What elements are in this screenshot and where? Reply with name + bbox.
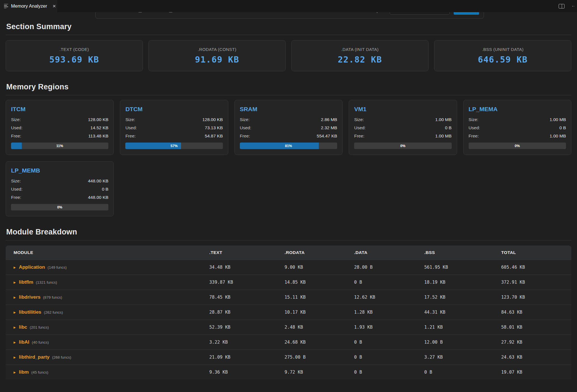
text-size-cell: 21.09 KB: [209, 355, 285, 360]
region-name: ITCM: [11, 106, 108, 113]
size-label: Size:: [125, 117, 135, 122]
table-row[interactable]: ▶ libtflm (1321 funcs) 339.87 KB 14.85 K…: [6, 275, 571, 290]
usage-bar: 57%: [125, 143, 223, 149]
total-size-cell: 84.63 KB: [501, 310, 571, 315]
free-value: 1.00 MB: [550, 133, 566, 139]
table-row[interactable]: ▶ libAI (40 funcs) 3.22 KB 24.68 KB 0 B …: [6, 335, 571, 350]
summary-card-label: .DATA (INIT DATA): [341, 47, 378, 52]
memory-region-cards: ITCM Size:128.00 KB Used:14.52 KB Free:1…: [6, 100, 571, 216]
summary-card-label: .BSS (UNINIT DATA): [482, 47, 524, 52]
data-size-cell: 0 B: [354, 355, 424, 360]
analyze-button[interactable]: [454, 12, 479, 15]
total-size-cell: 58.01 KB: [501, 325, 571, 330]
free-value: 448.00 KB: [88, 195, 108, 200]
region-card-dtcm: DTCM Size:128.00 KB Used:73.13 KB Free:5…: [120, 100, 228, 155]
expand-arrow-icon[interactable]: ▶: [14, 371, 16, 374]
module-breakdown-heading: Module Breakdown: [6, 228, 571, 240]
region-name: VM1: [354, 106, 451, 113]
table-row[interactable]: ▶ libc (201 funcs) 52.39 KB 2.48 KB 1.93…: [6, 320, 571, 335]
module-name: libdrivers: [19, 294, 41, 300]
more-actions-icon[interactable]: ⋯: [572, 3, 574, 9]
tab-bar: Memory Analyzer ✕ ⋯: [0, 0, 577, 12]
module-func-count: (149 funcs): [48, 265, 67, 270]
used-value: 0 B: [445, 125, 451, 130]
module-name: Application: [19, 264, 45, 270]
region-name: LP_MEMB: [11, 167, 108, 174]
expand-arrow-icon[interactable]: ▶: [14, 266, 16, 269]
rodata-size-cell: 24.68 KB: [285, 340, 354, 345]
close-tab-icon[interactable]: ✕: [51, 3, 57, 9]
usage-percent: 0%: [354, 143, 451, 149]
rodata-size-cell: 2.48 KB: [285, 325, 354, 330]
summary-card-value: 593.69 KB: [49, 55, 99, 64]
used-label: Used:: [240, 125, 251, 130]
total-size-cell: 372.91 KB: [501, 280, 571, 285]
total-size-cell: 605.46 KB: [501, 265, 571, 270]
analysis-toolbar: Compiler:: [95, 12, 484, 19]
module-name: libutilities: [19, 309, 41, 315]
size-value: 448.00 KB: [88, 178, 108, 184]
usage-bar: 81%: [240, 143, 337, 149]
expand-arrow-icon[interactable]: ▶: [14, 311, 16, 314]
free-label: Free:: [354, 133, 364, 139]
bss-size-cell: 0 B: [424, 370, 501, 375]
data-size-cell: 1.28 KB: [354, 310, 424, 315]
expand-arrow-icon[interactable]: ▶: [14, 341, 16, 344]
free-label: Free:: [11, 133, 21, 139]
module-func-count: (201 funcs): [30, 325, 49, 329]
region-name: LP_MEMA: [469, 106, 566, 113]
region-card-itcm: ITCM Size:128.00 KB Used:14.52 KB Free:1…: [6, 100, 114, 155]
total-size-cell: 24.63 KB: [501, 355, 571, 360]
used-label: Used:: [125, 125, 137, 130]
used-label: Used:: [11, 187, 23, 192]
expand-arrow-icon[interactable]: ▶: [14, 326, 16, 329]
usage-bar: 0%: [11, 204, 108, 210]
size-value: 2.86 MB: [321, 117, 337, 122]
used-value: 2.32 MB: [321, 125, 337, 130]
free-value: 113.48 KB: [88, 133, 108, 139]
table-row[interactable]: ▶ libdrivers (879 funcs) 78.45 KB 15.11 …: [6, 290, 571, 305]
free-label: Free:: [240, 133, 250, 139]
size-value: 128.00 KB: [202, 117, 223, 122]
rodata-size-cell: 9.72 KB: [285, 370, 354, 375]
bss-size-cell: 18.19 KB: [424, 280, 501, 285]
used-value: 14.52 KB: [91, 125, 109, 130]
free-value: 1.00 MB: [435, 133, 452, 139]
bss-size-cell: 3.27 KB: [424, 355, 501, 360]
expand-arrow-icon[interactable]: ▶: [14, 281, 16, 284]
used-value: 73.13 KB: [205, 125, 223, 130]
column-header-data: .DATA: [354, 250, 424, 255]
module-func-count: (1321 funcs): [36, 280, 57, 285]
module-breakdown-table: MODULE .TEXT .RODATA .DATA .BSS TOTAL ▶ …: [6, 245, 571, 380]
used-label: Used:: [354, 125, 366, 130]
tab-title: Memory Analyzer: [11, 3, 47, 9]
module-name: libm: [19, 369, 29, 375]
usage-percent: 0%: [11, 204, 108, 210]
region-card-vm1: VM1 Size:1.00 MB Used:0 B Free:1.00 MB 0…: [349, 100, 457, 155]
expand-arrow-icon[interactable]: ▶: [14, 356, 16, 359]
bss-size-cell: 1.21 KB: [424, 325, 501, 330]
free-label: Free:: [11, 195, 21, 200]
module-name: libtflm: [19, 279, 33, 285]
usage-percent: 81%: [240, 143, 337, 149]
rodata-size-cell: 275.00 B: [285, 355, 354, 360]
column-header-rodata: .RODATA: [285, 250, 354, 255]
section-summary-heading: Section Summary: [6, 22, 571, 35]
size-label: Size:: [11, 178, 21, 184]
list-icon: [4, 4, 8, 8]
summary-card-label: .RODATA (CONST): [198, 47, 236, 52]
module-name: libc: [19, 324, 27, 330]
checkbox-icon[interactable]: [169, 12, 173, 12]
split-editor-icon[interactable]: [559, 4, 565, 8]
checkbox-icon[interactable]: [138, 12, 142, 12]
table-row[interactable]: ▶ Application (149 funcs) 34.48 KB 9.00 …: [6, 260, 571, 275]
table-row[interactable]: ▶ libm (45 funcs) 9.36 KB 9.72 KB 0 B 0 …: [6, 365, 571, 380]
region-name: DTCM: [125, 106, 223, 113]
expand-arrow-icon[interactable]: ▶: [14, 296, 16, 299]
memory-analyzer-page: Section Summary .TEXT (CODE) 593.69 KB .…: [0, 22, 577, 380]
table-row[interactable]: ▶ libthird_party (268 funcs) 21.09 KB 27…: [6, 350, 571, 365]
tab-memory-analyzer[interactable]: Memory Analyzer ✕: [0, 0, 57, 12]
bss-size-cell: 44.31 KB: [424, 310, 501, 315]
compiler-dropdown[interactable]: [390, 12, 450, 15]
table-row[interactable]: ▶ libutilities (262 funcs) 28.87 KB 10.1…: [6, 305, 571, 320]
